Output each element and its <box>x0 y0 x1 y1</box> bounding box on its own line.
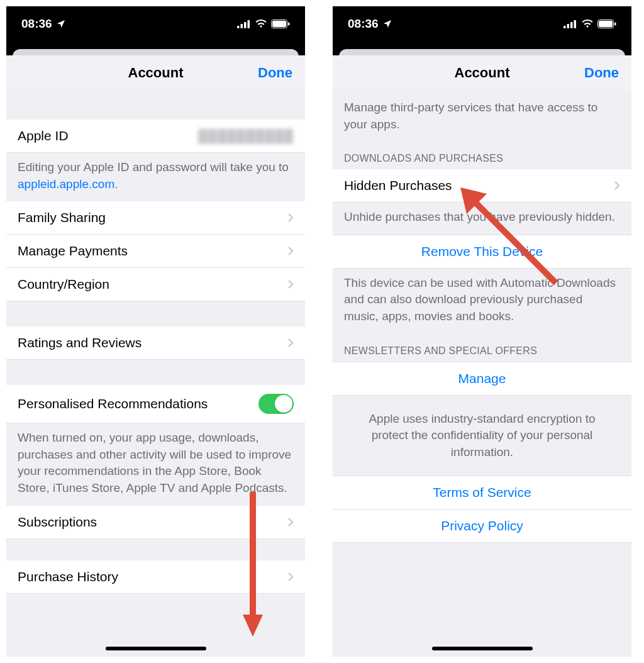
svg-rect-9 <box>564 26 566 28</box>
newsletters-header: NEWSLETTERS AND SPECIAL OFFERS <box>333 334 631 362</box>
remove-footer: This device can be used with Automatic D… <box>333 269 631 334</box>
privacy-button[interactable]: Privacy Policy <box>333 510 631 543</box>
done-button[interactable]: Done <box>584 65 631 81</box>
battery-icon <box>271 20 290 28</box>
ratings-reviews-label: Ratings and Reviews <box>18 335 281 350</box>
status-time: 08:36 <box>348 17 379 31</box>
battery-icon <box>597 20 616 28</box>
hidden-footer: Unhide purchases that you have previousl… <box>333 203 631 235</box>
svg-rect-6 <box>288 23 290 26</box>
svg-rect-3 <box>248 20 250 28</box>
purchase-history-label: Purchase History <box>18 569 281 584</box>
manage-payments-row[interactable]: Manage Payments <box>6 235 305 268</box>
subscriptions-label: Subscriptions <box>18 515 281 530</box>
hidden-purchases-label: Hidden Purchases <box>344 178 608 193</box>
chevron-right-icon <box>287 517 294 527</box>
svg-rect-2 <box>244 22 247 28</box>
svg-rect-11 <box>570 22 573 28</box>
ratings-reviews-row[interactable]: Ratings and Reviews <box>6 326 305 360</box>
chevron-right-icon <box>287 213 294 223</box>
third-party-footer: Manage third-party services that have ac… <box>333 91 631 142</box>
location-icon <box>382 19 392 29</box>
family-sharing-row[interactable]: Family Sharing <box>6 201 305 235</box>
cellular-icon <box>237 20 251 28</box>
subscriptions-row[interactable]: Subscriptions <box>6 506 305 539</box>
nav-bar: Account Done <box>333 55 631 91</box>
hidden-purchases-row[interactable]: Hidden Purchases <box>333 169 631 203</box>
status-bar: 08:36 <box>6 6 305 44</box>
svg-rect-12 <box>574 20 577 28</box>
location-icon <box>56 19 66 29</box>
personalised-recs-row[interactable]: Personalised Recommendations <box>6 385 305 423</box>
chevron-right-icon <box>614 181 620 191</box>
chevron-right-icon <box>287 246 294 256</box>
phone-right: 08:36 Account Done Manage third-party se… <box>333 6 631 657</box>
encryption-footer: Apple uses industry-standard encryption … <box>333 396 631 476</box>
svg-rect-14 <box>599 21 613 27</box>
country-region-row[interactable]: Country/Region <box>6 268 305 301</box>
apple-id-footer: Editing your Apple ID and password will … <box>6 153 305 201</box>
apple-id-value: ██████████ <box>198 129 294 143</box>
chevron-right-icon <box>287 572 294 582</box>
home-indicator[interactable] <box>432 647 533 650</box>
manage-payments-label: Manage Payments <box>18 243 281 259</box>
svg-rect-5 <box>272 21 286 27</box>
chevron-right-icon <box>287 338 294 348</box>
chevron-right-icon <box>287 279 294 289</box>
country-region-label: Country/Region <box>18 277 281 292</box>
appleid-link[interactable]: appleid.apple.com <box>18 177 114 191</box>
downloads-header: DOWNLOADS AND PURCHASES <box>333 142 631 169</box>
status-bar: 08:36 <box>333 6 631 44</box>
cellular-icon <box>564 20 577 28</box>
purchase-history-row[interactable]: Purchase History <box>6 560 305 594</box>
svg-rect-0 <box>237 26 240 28</box>
terms-button[interactable]: Terms of Service <box>333 476 631 510</box>
manage-newsletters-button[interactable]: Manage <box>333 362 631 396</box>
family-sharing-label: Family Sharing <box>18 210 281 225</box>
personalised-recs-label: Personalised Recommendations <box>18 396 258 411</box>
nav-bar: Account Done <box>6 55 305 91</box>
sheet-peek <box>6 44 305 55</box>
svg-rect-1 <box>241 24 243 28</box>
personalised-recs-toggle[interactable] <box>258 394 294 414</box>
content-left: Apple ID ██████████ Editing your Apple I… <box>6 91 305 657</box>
content-right: Manage third-party services that have ac… <box>333 91 631 657</box>
phone-left: 08:36 Account Done Apple ID ██████████ E… <box>6 6 305 657</box>
sheet-peek <box>333 44 631 55</box>
personalised-footer: When turned on, your app usage, download… <box>6 423 305 505</box>
svg-rect-15 <box>614 23 616 26</box>
apple-id-row[interactable]: Apple ID ██████████ <box>6 120 305 153</box>
remove-device-button[interactable]: Remove This Device <box>333 235 631 269</box>
wifi-icon <box>581 20 594 28</box>
home-indicator[interactable] <box>106 647 206 650</box>
status-time: 08:36 <box>21 17 52 31</box>
wifi-icon <box>255 20 267 28</box>
apple-id-label: Apple ID <box>18 128 198 143</box>
done-button[interactable]: Done <box>258 65 305 81</box>
svg-rect-10 <box>567 24 570 28</box>
